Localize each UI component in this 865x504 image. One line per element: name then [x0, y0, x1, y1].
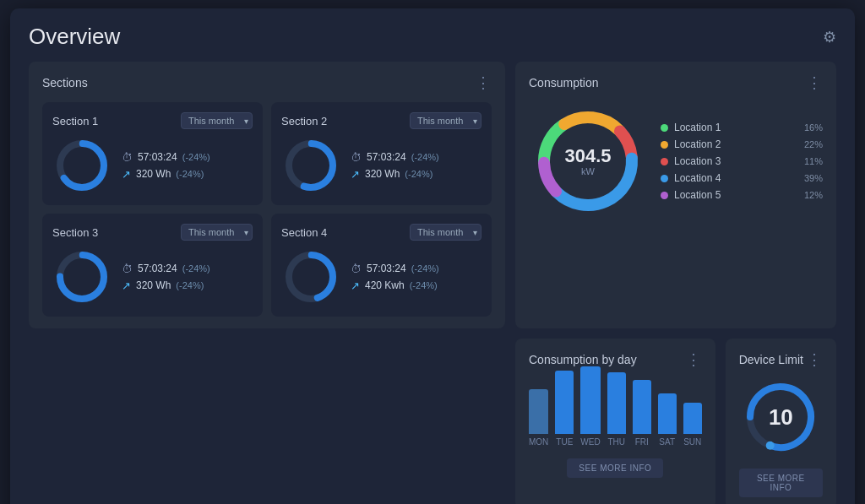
consumption-day-title: Consumption by day	[529, 353, 637, 366]
section-body-3: ⏱ 57:03:24 (-24%) ↗ 320 Wh (-24%)	[52, 247, 253, 306]
section-name-2: Section 2	[281, 115, 327, 127]
legend-dot-3	[661, 158, 668, 165]
section-dropdown-2[interactable]: This month	[410, 112, 481, 129]
section-card-2: Section 2 This month ⏱ 57:03:24 (-24%)	[271, 102, 492, 205]
device-limit-body: 10 SEE MORE INFO	[739, 379, 823, 497]
legend-pct-4: 39%	[804, 173, 823, 183]
section-time-row-4: ⏱ 57:03:24 (-24%)	[351, 263, 439, 275]
bar-thu	[607, 372, 626, 434]
legend-pct-2: 22%	[804, 139, 823, 149]
main-grid: Sections ⋮ Section 1 This month	[29, 62, 836, 504]
section-donut-4	[281, 247, 340, 306]
trend-icon-1: ↗	[122, 168, 131, 181]
bar-label-mon: MON	[529, 437, 548, 447]
section-time-row-3: ⏱ 57:03:24 (-24%)	[122, 263, 210, 275]
bar-group-tue: TUE	[555, 371, 574, 447]
legend-pct-1: 16%	[804, 122, 823, 133]
legend-label-2: Location 2	[674, 138, 798, 150]
section-dropdown-3[interactable]: This month	[181, 224, 253, 241]
section-donut-2	[281, 136, 340, 195]
sections-menu-icon[interactable]: ⋮	[476, 73, 492, 92]
bottom-right: Consumption by day ⋮ MON TUE WED THU FRI…	[515, 339, 836, 504]
consumption-center: 304.5 kW	[564, 146, 611, 176]
bar-group-sat: SAT	[658, 393, 677, 447]
section-dropdown-wrapper-4[interactable]: This month	[410, 224, 481, 241]
section-energy-row-3: ↗ 320 Wh (-24%)	[122, 279, 210, 292]
device-limit-title: Device Limit	[739, 353, 803, 366]
section-dropdown-1[interactable]: This month	[181, 112, 253, 129]
bar-label-sat: SAT	[659, 437, 675, 447]
section-time-change-4: (-24%)	[411, 263, 439, 274]
consumption-menu-icon[interactable]: ⋮	[807, 73, 823, 92]
section-dropdown-4[interactable]: This month	[410, 224, 481, 241]
legend-label-3: Location 3	[674, 155, 798, 167]
section-energy-value-2: 320 Wh	[365, 168, 400, 180]
consumption-panel: Consumption ⋮ 304.5 kW Location 1 16% Lo…	[515, 62, 836, 328]
legend-dot-4	[661, 175, 668, 182]
device-limit-menu-icon[interactable]: ⋮	[807, 350, 823, 369]
section-time-value-2: 57:03:24	[367, 151, 406, 163]
legend-item-5: Location 5 12%	[661, 189, 823, 201]
section-time-row-2: ⏱ 57:03:24 (-24%)	[351, 151, 439, 164]
sections-panel-title: Sections	[42, 76, 88, 89]
sections-panel: Sections ⋮ Section 1 This month	[29, 62, 505, 328]
section-card-header-3: Section 3 This month	[52, 224, 253, 241]
legend-item-2: Location 2 22%	[661, 138, 823, 150]
bar-chart: MON TUE WED THU FRI SAT SUN SEE MORE INF…	[529, 379, 702, 478]
section-time-change-2: (-24%)	[411, 152, 439, 162]
section-name-1: Section 1	[52, 115, 98, 127]
legend-dot-2	[661, 141, 668, 149]
bar-sun	[683, 403, 702, 434]
consumption-panel-header: Consumption ⋮	[529, 73, 823, 92]
consumption-day-see-more[interactable]: SEE MORE INFO	[567, 458, 663, 478]
section-energy-change-2: (-24%)	[405, 169, 432, 179]
bar-fri	[633, 380, 651, 434]
consumption-day-menu-icon[interactable]: ⋮	[686, 350, 702, 369]
section-body-4: ⏱ 57:03:24 (-24%) ↗ 420 Kwh (-24%)	[281, 247, 481, 306]
consumption-day-panel: Consumption by day ⋮ MON TUE WED THU FRI…	[515, 339, 715, 504]
section-stats-4: ⏱ 57:03:24 (-24%) ↗ 420 Kwh (-24%)	[351, 263, 439, 292]
trend-icon-4: ↗	[351, 279, 360, 292]
bar-label-sun: SUN	[683, 437, 701, 447]
section-energy-change-4: (-24%)	[410, 280, 438, 290]
consumption-value: 304.5	[564, 146, 611, 166]
section-stats-3: ⏱ 57:03:24 (-24%) ↗ 320 Wh (-24%)	[122, 263, 210, 292]
section-energy-change-1: (-24%)	[176, 169, 204, 179]
dashboard-header: Overview ⚙	[29, 24, 836, 50]
section-energy-row-4: ↗ 420 Kwh (-24%)	[351, 279, 439, 292]
section-stats-1: ⏱ 57:03:24 (-24%) ↗ 320 Wh (-24%)	[122, 151, 210, 181]
bar-group-thu: THU	[607, 372, 626, 447]
trend-icon-2: ↗	[351, 168, 360, 181]
bars-container: MON TUE WED THU FRI SAT SUN	[529, 379, 702, 447]
device-limit-see-more[interactable]: SEE MORE INFO	[739, 469, 823, 497]
section-dropdown-wrapper-3[interactable]: This month	[181, 224, 253, 241]
bar-group-sun: SUN	[683, 403, 702, 447]
device-limit-panel: Device Limit ⋮ 10 SEE MORE INFO	[726, 339, 836, 504]
legend-item-3: Location 3 11%	[661, 155, 823, 167]
svg-point-10	[766, 442, 775, 450]
section-dropdown-wrapper-2[interactable]: This month	[410, 112, 481, 129]
section-energy-value-3: 320 Wh	[136, 279, 171, 291]
section-card-header-4: Section 4 This month	[281, 224, 481, 241]
gear-icon[interactable]: ⚙	[823, 28, 836, 46]
sections-panel-header: Sections ⋮	[42, 73, 492, 92]
bar-label-thu: THU	[607, 437, 625, 447]
legend-label-4: Location 4	[674, 172, 798, 184]
clock-icon-2: ⏱	[351, 151, 362, 164]
section-stats-2: ⏱ 57:03:24 (-24%) ↗ 320 Wh (-24%)	[351, 151, 439, 181]
bar-group-wed: WED	[580, 366, 600, 447]
section-donut-3	[52, 247, 112, 306]
section-body-1: ⏱ 57:03:24 (-24%) ↗ 320 Wh (-24%)	[52, 136, 253, 195]
section-card-4: Section 4 This month ⏱ 57:03:24 (-24%)	[271, 214, 492, 317]
legend-pct-3: 11%	[804, 156, 823, 166]
section-card-1: Section 1 This month ⏱ 57:03:24 (-24%)	[42, 102, 263, 205]
legend-item-1: Location 1 16%	[661, 122, 823, 133]
bar-label-wed: WED	[580, 437, 600, 447]
section-time-row-1: ⏱ 57:03:24 (-24%)	[122, 151, 210, 164]
section-dropdown-wrapper-1[interactable]: This month	[181, 112, 253, 129]
consumption-panel-title: Consumption	[529, 76, 599, 89]
legend-item-4: Location 4 39%	[661, 172, 823, 184]
section-time-change-1: (-24%)	[182, 152, 210, 162]
section-time-value-1: 57:03:24	[138, 151, 177, 163]
section-energy-row-2: ↗ 320 Wh (-24%)	[351, 168, 439, 181]
